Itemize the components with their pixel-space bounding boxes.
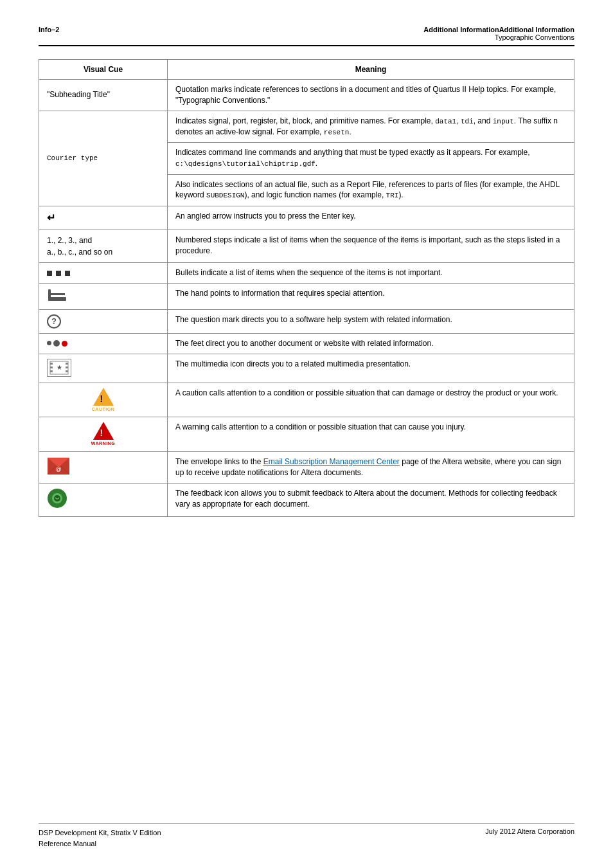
meaning-courier-command: Indicates command line commands and anyt…	[168, 143, 574, 174]
meaning-courier-signal: Indicates signal, port, register, bit, b…	[168, 111, 574, 143]
meaning-enter: An angled arrow instructs you to press t…	[168, 206, 574, 230]
courier-type-label: Courier type	[47, 154, 98, 162]
header-title-area: Additional InformationAdditional Informa…	[423, 26, 574, 41]
visual-cue-feet	[39, 333, 168, 354]
table-row: The feedback icon allows you to submit f…	[39, 483, 574, 516]
meaning-question: The question mark directs you to a softw…	[168, 309, 574, 333]
bullet-dots-icon	[47, 271, 159, 276]
visual-cue-courier: Courier type	[39, 111, 168, 206]
meaning-caution: A caution calls attention to a condition…	[168, 383, 574, 417]
table-row: @ The envelope links to the Email Subscr…	[39, 452, 574, 484]
caution-label-text: CAUTION	[92, 406, 114, 413]
table-row: The feet direct you to another document …	[39, 333, 574, 354]
meaning-hand: The hand points to information that requ…	[168, 283, 574, 309]
table-row: WARNING A warning calls attention to a c…	[39, 417, 574, 452]
svg-text:@: @	[55, 466, 61, 473]
svg-rect-6	[50, 363, 53, 365]
svg-rect-10	[66, 366, 68, 368]
table-row: "Subheading Title" Quotation marks indic…	[39, 80, 574, 111]
svg-rect-0	[48, 289, 51, 298]
footer-product-name: DSP Development Kit, Stratix V Edition	[39, 827, 161, 838]
enter-arrow-icon: ↵	[47, 212, 55, 223]
visual-cue-multimedia: ★	[39, 354, 168, 383]
email-subscription-link[interactable]: Email Subscription Management Center	[263, 457, 400, 466]
warning-label-text: WARNING	[91, 440, 115, 447]
visual-cue-question: ?	[39, 309, 168, 333]
col-meaning-header: Meaning	[168, 60, 574, 80]
svg-marker-2	[51, 293, 65, 295]
hand-pointer-icon	[47, 288, 159, 305]
svg-rect-7	[50, 366, 53, 368]
footer-doc-type: Reference Manual	[39, 838, 161, 849]
visual-cue-caution: CAUTION	[39, 383, 168, 417]
svg-rect-8	[50, 370, 53, 372]
multimedia-icon: ★	[47, 359, 71, 377]
feet-dot-big	[53, 340, 60, 347]
feedback-svg	[47, 488, 67, 509]
meaning-feedback: The feedback icon allows you to submit f…	[168, 483, 574, 516]
table-row: CAUTION A caution calls attention to a c…	[39, 383, 574, 417]
meaning-feet: The feet direct you to another document …	[168, 333, 574, 354]
numbered-steps-text: 1., 2., 3., anda., b., c., and so on	[47, 235, 159, 258]
page-header: Info–2 Additional InformationAdditional …	[39, 26, 574, 46]
bullet-dot-2	[56, 271, 61, 276]
conventions-table: Visual Cue Meaning "Subheading Title" Qu…	[39, 59, 574, 517]
svg-point-20	[54, 495, 60, 502]
visual-cue-envelope: @	[39, 452, 168, 484]
header-sub-title: Typographic Conventions	[423, 33, 574, 41]
table-row: Bullets indicate a list of items when th…	[39, 263, 574, 284]
table-row: ★ The multimedia icon directs you to a r…	[39, 354, 574, 383]
page-footer: DSP Development Kit, Stratix V Edition R…	[39, 823, 574, 849]
meaning-subheading: Quotation marks indicate references to s…	[168, 80, 574, 111]
svg-rect-11	[66, 370, 68, 372]
page: Info–2 Additional InformationAdditional …	[0, 0, 613, 868]
visual-cue-feedback	[39, 483, 168, 516]
feet-dot-small-1	[47, 341, 51, 345]
bullet-dot-3	[65, 271, 70, 276]
meaning-envelope: The envelope links to the Email Subscrip…	[168, 452, 574, 484]
table-row: ↵ An angled arrow instructs you to press…	[39, 206, 574, 230]
meaning-bullets: Bullets indicate a list of items when th…	[168, 263, 574, 284]
warning-triangle	[93, 422, 114, 440]
col-visual-cue-header: Visual Cue	[39, 60, 168, 80]
feedback-icon	[47, 488, 159, 512]
svg-text:★: ★	[57, 364, 62, 371]
table-row: 1., 2., 3., anda., b., c., and so on Num…	[39, 230, 574, 263]
visual-cue-hand	[39, 283, 168, 309]
feet-dot-red	[62, 341, 67, 347]
caution-icon: CAUTION	[47, 388, 159, 413]
table-row: Courier type Indicates signal, port, reg…	[39, 111, 574, 143]
visual-cue-enter: ↵	[39, 206, 168, 230]
meaning-courier-file: Also indicates sections of an actual fil…	[168, 174, 574, 206]
envelope-svg: @	[47, 457, 70, 475]
envelope-icon: @	[47, 457, 159, 478]
table-row: ? The question mark directs you to a sof…	[39, 309, 574, 333]
visual-cue-numbered: 1., 2., 3., anda., b., c., and so on	[39, 230, 168, 263]
table-row: The hand points to information that requ…	[39, 283, 574, 309]
caution-triangle	[93, 388, 114, 406]
meaning-warning: A warning calls attention to a condition…	[168, 417, 574, 452]
main-content: Visual Cue Meaning "Subheading Title" Qu…	[39, 59, 574, 517]
warning-icon: WARNING	[47, 422, 159, 447]
meaning-multimedia: The multimedia icon directs you to a rel…	[168, 354, 574, 383]
question-mark-icon: ?	[47, 314, 61, 329]
meaning-numbered: Numbered steps indicate a list of items …	[168, 230, 574, 263]
visual-cue-warning: WARNING	[39, 417, 168, 452]
header-page-number: Info–2	[39, 26, 59, 33]
visual-cue-subheading: "Subheading Title"	[39, 80, 168, 111]
subheading-title-text: "Subheading Title"	[47, 90, 110, 99]
bullet-dot-1	[47, 271, 52, 276]
hand-svg	[47, 288, 67, 305]
footer-left: DSP Development Kit, Stratix V Edition R…	[39, 827, 161, 849]
svg-rect-4	[48, 297, 66, 301]
multimedia-svg: ★	[49, 361, 69, 375]
footer-right: July 2012 Altera Corporation	[485, 827, 574, 849]
svg-rect-9	[66, 363, 68, 365]
header-main-title: Additional InformationAdditional Informa…	[423, 26, 574, 33]
visual-cue-bullets	[39, 263, 168, 284]
feet-icon	[47, 340, 159, 347]
